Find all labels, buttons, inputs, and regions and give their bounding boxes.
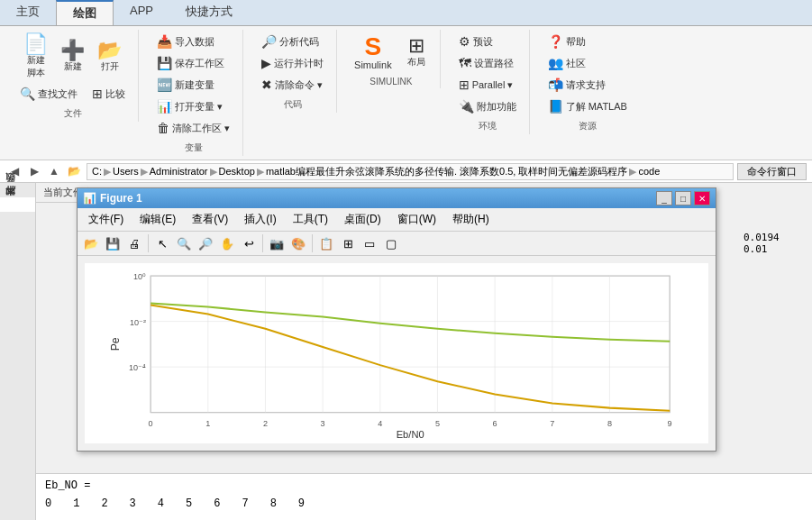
parallel-icon: ⊞ — [459, 78, 470, 92]
val-1: 1 — [73, 497, 79, 510]
svg-text:2: 2 — [263, 419, 268, 428]
fig-rect-btn[interactable]: ▭ — [360, 233, 379, 253]
analyze-code-button[interactable]: 🔎 分析代码 — [256, 32, 324, 51]
browse-button[interactable]: 📂 — [65, 162, 83, 180]
tab-home[interactable]: 主页 — [0, 0, 56, 25]
forward-button[interactable]: ▶ — [25, 162, 43, 180]
ribbon-row-file-large: 📄 新建 脚本 ➕ 新建 📂 打开 — [19, 32, 126, 82]
fig-menu-desktop[interactable]: 桌面(D) — [337, 210, 388, 229]
open-var-button[interactable]: 📊 打开变量 ▾ — [151, 96, 228, 116]
find-file-button[interactable]: 🔍 查找文件 — [14, 84, 83, 104]
help-icon: ❓ — [548, 34, 563, 49]
set-path-button[interactable]: 🗺 设置路径 — [453, 53, 519, 73]
fig-save-btn[interactable]: 💾 — [103, 233, 123, 253]
fig-menu-insert[interactable]: 插入(I) — [237, 210, 283, 229]
fig-menu-tools[interactable]: 工具(T) — [286, 210, 335, 229]
fig-tile-btn[interactable]: ⊞ — [338, 233, 358, 253]
right-val-2: 0.01 — [744, 243, 808, 255]
new-button[interactable]: ➕ 新建 — [56, 38, 89, 76]
fig-square-btn[interactable]: ▢ — [381, 233, 401, 253]
clear-cmd-label: 清除命令 ▾ — [275, 78, 323, 92]
fig-menu-view[interactable]: 查看(V) — [185, 210, 235, 229]
fig-zoom-in-btn[interactable]: 🔍 — [174, 233, 194, 253]
fig-cursor-btn[interactable]: ↖ — [152, 233, 172, 253]
open-var-label: 打开变量 ▾ — [175, 100, 223, 114]
clear-workspace-button[interactable]: 🗑 清除工作区 ▾ — [151, 118, 235, 138]
fig-menu-window[interactable]: 窗口(W) — [390, 210, 443, 229]
val-5: 5 — [186, 497, 192, 510]
open-label: 打开 — [101, 60, 119, 73]
minimize-button[interactable]: _ — [656, 191, 672, 205]
address-path[interactable]: C: ▶ Users ▶ Administrator ▶ Desktop ▶ m… — [87, 163, 734, 180]
import-label: 导入数据 — [175, 35, 214, 49]
fig-menu-file[interactable]: 文件(F) — [81, 210, 131, 229]
new-label: 新建 — [64, 60, 82, 73]
new-script-button[interactable]: 📄 新建 脚本 — [19, 32, 52, 82]
run-parallel-label: 运行并计时 — [274, 57, 324, 70]
svg-text:10⁰: 10⁰ — [133, 272, 146, 281]
close-button[interactable]: ✕ — [694, 191, 710, 205]
right-panel: 0.0194 0.01 — [740, 228, 812, 259]
new-var-icon: 🆕 — [157, 78, 172, 92]
tab-app[interactable]: APP — [114, 0, 169, 25]
command-window[interactable]: Eb_NO = 0 1 2 3 4 5 6 7 8 9 — [36, 473, 812, 520]
fig-menu-help[interactable]: 帮助(H) — [445, 210, 497, 229]
parallel-label: Parallel ▾ — [472, 79, 514, 91]
svg-text:Eb/N0: Eb/N0 — [397, 429, 424, 440]
tab-plot[interactable]: 绘图 — [56, 0, 114, 25]
fig-new-fig-btn[interactable]: 📋 — [316, 233, 336, 253]
sidebar-functions[interactable]: 函数 — [0, 183, 35, 197]
figure-controls: _ □ ✕ — [656, 191, 710, 205]
cmd-var-line: Eb_NO = — [45, 479, 803, 492]
fig-menu-edit[interactable]: 编辑(E) — [132, 210, 183, 229]
import-data-button[interactable]: 📥 导入数据 — [151, 32, 220, 51]
fig-rotate-btn[interactable]: ↩ — [239, 233, 259, 253]
compare-button[interactable]: ⊞ 比较 — [87, 84, 131, 104]
svg-text:5: 5 — [435, 419, 440, 428]
fig-tool-sep2 — [262, 234, 263, 252]
set-path-label: 设置路径 — [474, 57, 514, 70]
clear-cmd-icon: ✖ — [261, 78, 272, 92]
parallel-button[interactable]: ⊞ Parallel ▾ — [453, 75, 519, 95]
cmd-window-button[interactable]: 命令行窗口 — [737, 163, 807, 180]
back-button[interactable]: ◀ — [5, 162, 23, 180]
figure-title-text: Figure 1 — [100, 192, 142, 205]
ribbon-group-simulink: S Simulink ⊞ 布局 SIMULINK — [342, 30, 441, 88]
new-icon: ➕ — [60, 41, 85, 60]
tab-shortcuts[interactable]: 快捷方式 — [169, 0, 249, 25]
open-button[interactable]: 📂 打开 — [93, 38, 126, 76]
community-button[interactable]: 👥 社区 — [543, 53, 591, 73]
fig-print-btn[interactable]: 🖨 — [124, 233, 144, 253]
learn-icon: 📘 — [548, 99, 563, 114]
save-workspace-button[interactable]: 💾 保存工作区 — [151, 53, 230, 73]
pref-icon: ⚙ — [459, 34, 470, 49]
figure-window: 📊 Figure 1 _ □ ✕ 文件(F) 编辑(E) 查看(V) 插入(I)… — [77, 187, 716, 452]
new-script-label: 新建 — [27, 54, 45, 67]
up-button[interactable]: ▲ — [45, 162, 63, 180]
fig-open-btn[interactable]: 📂 — [81, 233, 101, 253]
run-parallel-button[interactable]: ▶ 运行并计时 — [256, 53, 329, 73]
path-admin: Administrator — [150, 166, 208, 177]
sidebar-scripts[interactable]: 脚本 — [0, 197, 35, 212]
addon-button[interactable]: 🔌 附加功能 — [453, 96, 522, 116]
learn-matlab-button[interactable]: 📘 了解 MATLAB — [543, 96, 633, 116]
ribbon: 📄 新建 脚本 ➕ 新建 📂 打开 🔍 查找文件 ⊞ 比较 文件 — [0, 26, 812, 160]
request-support-button[interactable]: 📬 请求支持 — [543, 75, 611, 95]
help-button[interactable]: ❓ 帮助 — [543, 32, 591, 51]
layout-button[interactable]: ⊞ 布局 — [400, 33, 433, 71]
fig-camera-btn[interactable]: 📷 — [267, 233, 287, 253]
preferences-button[interactable]: ⚙ 预设 — [453, 32, 498, 51]
maximize-button[interactable]: □ — [675, 191, 691, 205]
new-var-button[interactable]: 🆕 新建变量 — [151, 75, 220, 95]
fig-zoom-out-btn[interactable]: 🔎 — [196, 233, 215, 253]
figure-menubar: 文件(F) 编辑(E) 查看(V) 插入(I) 工具(T) 桌面(D) 窗口(W… — [78, 208, 716, 232]
figure-title: 📊 Figure 1 — [83, 192, 142, 205]
ribbon-group-env: ⚙ 预设 🗺 设置路径 ⊞ Parallel ▾ 🔌 附加功能 环境 — [446, 30, 530, 134]
fig-color-btn[interactable]: 🎨 — [288, 233, 308, 253]
fig-pan-btn[interactable]: ✋ — [217, 233, 237, 253]
analyze-icon: 🔎 — [261, 34, 277, 49]
clear-cmd-button[interactable]: ✖ 清除命令 ▾ — [256, 75, 328, 95]
tab-bar: 主页 绘图 APP 快捷方式 — [0, 0, 812, 26]
svg-text:10⁻²: 10⁻² — [130, 318, 146, 327]
simulink-button[interactable]: S Simulink — [350, 32, 397, 73]
